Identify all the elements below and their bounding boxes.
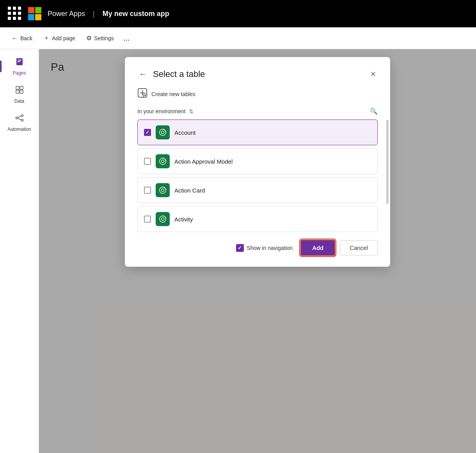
data-label: Data <box>14 98 24 104</box>
microsoft-logo <box>28 7 41 20</box>
back-label: Back <box>20 35 32 41</box>
dialog-back-button[interactable]: ← <box>137 68 148 80</box>
grid-icon[interactable] <box>8 7 22 21</box>
show-in-navigation-row: Show in navigation <box>236 244 293 252</box>
automation-label: Automation <box>7 127 31 132</box>
svg-point-8 <box>21 115 23 117</box>
add-page-label: Add page <box>52 35 75 41</box>
settings-label: Settings <box>94 35 114 41</box>
app-name: My new custom app <box>103 10 169 18</box>
action-card-label: Action Card <box>174 187 205 194</box>
dialog-bottom: Show in navigation Add Cancel <box>137 240 378 256</box>
plus-icon: ＋ <box>43 34 50 42</box>
environment-label: In your environment <box>137 108 186 114</box>
back-button[interactable]: ← Back <box>8 32 36 44</box>
dialog-header: ← Select a table ✕ <box>137 68 378 80</box>
sidebar-item-data[interactable]: Data <box>4 81 35 108</box>
dialog-title: Select a table <box>153 69 205 79</box>
dialog-close-button[interactable]: ✕ <box>369 68 378 80</box>
svg-point-19 <box>161 131 164 134</box>
svg-rect-2 <box>18 61 20 62</box>
add-page-button[interactable]: ＋ Add page <box>39 32 79 45</box>
sidebar-item-automation[interactable]: Automation <box>4 109 35 136</box>
cancel-button[interactable]: Cancel <box>340 240 378 255</box>
action-card-checkbox[interactable] <box>144 187 151 194</box>
svg-rect-5 <box>16 90 19 93</box>
more-options-button[interactable]: ... <box>121 31 132 45</box>
activity-table-icon <box>156 212 170 226</box>
table-list: Account Action Approval Model <box>137 119 378 232</box>
account-label: Account <box>174 129 195 136</box>
show-in-navigation-checkbox[interactable] <box>236 244 244 252</box>
top-bar: Power Apps | My new custom app <box>0 0 476 27</box>
sidebar-item-pages[interactable]: Pages <box>4 53 35 80</box>
separator: | <box>93 10 95 18</box>
table-item-activity[interactable]: Activity <box>137 206 378 232</box>
action-card-table-icon <box>156 183 170 197</box>
table-item-action-card[interactable]: Action Card <box>137 177 378 203</box>
svg-rect-3 <box>16 86 19 89</box>
data-icon <box>15 85 24 97</box>
activity-label: Activity <box>174 216 193 223</box>
action-approval-table-icon <box>156 154 170 168</box>
svg-rect-6 <box>20 90 23 93</box>
create-new-tables-label: Create new tables <box>151 91 195 97</box>
toolbar: ← Back ＋ Add page ⚙ Settings ... <box>0 27 476 49</box>
gear-icon: ⚙ <box>86 34 92 42</box>
product-name: Power Apps <box>48 10 85 18</box>
sort-icon[interactable]: ⇅ <box>189 108 194 114</box>
svg-point-7 <box>16 117 18 119</box>
scrollbar[interactable] <box>386 120 389 204</box>
activity-checkbox[interactable] <box>144 216 151 223</box>
svg-line-11 <box>18 118 21 120</box>
add-button[interactable]: Add <box>300 240 335 256</box>
create-new-tables-row[interactable]: Create new tables <box>137 88 378 100</box>
account-checkbox[interactable] <box>144 129 151 136</box>
automation-icon <box>15 113 24 125</box>
table-item-account[interactable]: Account <box>137 119 378 145</box>
search-icon[interactable]: 🔍 <box>370 107 378 115</box>
svg-point-23 <box>161 189 164 191</box>
back-arrow-icon: ← <box>12 35 18 42</box>
svg-point-21 <box>161 160 164 162</box>
main-layout: Pages Data <box>0 49 476 453</box>
pages-icon <box>15 57 24 69</box>
action-approval-label: Action Approval Model <box>174 158 233 165</box>
content-area: Pa ← Select a table ✕ <box>39 49 476 453</box>
svg-rect-1 <box>18 60 21 61</box>
settings-button[interactable]: ⚙ Settings <box>82 32 118 44</box>
environment-row: In your environment ⇅ 🔍 <box>137 107 378 115</box>
svg-line-10 <box>18 116 21 118</box>
table-item-action-approval-model[interactable]: Action Approval Model <box>137 148 378 174</box>
dialog-title-row: ← Select a table <box>137 68 205 80</box>
sidebar: Pages Data <box>0 49 39 453</box>
action-approval-checkbox[interactable] <box>144 158 151 165</box>
account-table-icon <box>156 125 170 139</box>
show-in-navigation-label: Show in navigation <box>247 245 293 251</box>
select-table-dialog: ← Select a table ✕ Create <box>125 57 390 267</box>
svg-rect-4 <box>20 86 23 89</box>
svg-point-9 <box>21 119 23 121</box>
create-table-icon <box>137 88 147 100</box>
svg-point-25 <box>161 218 164 220</box>
pages-label: Pages <box>12 70 26 76</box>
environment-label-row: In your environment ⇅ <box>137 108 194 114</box>
